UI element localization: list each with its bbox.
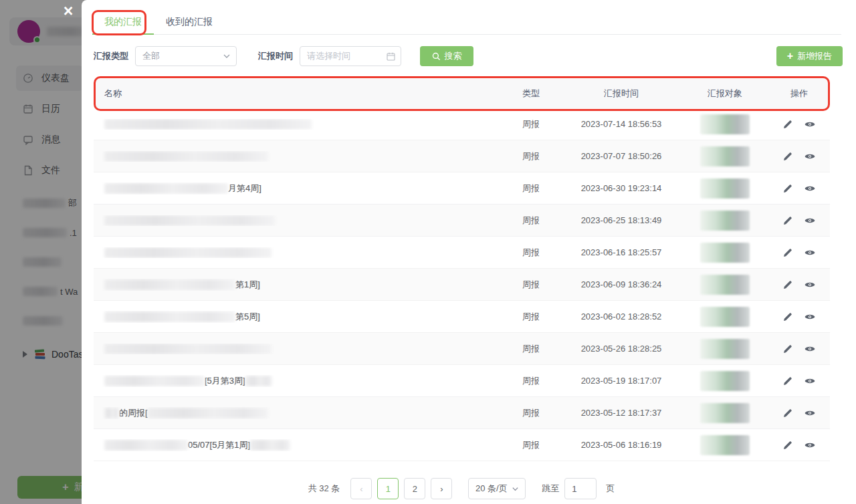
jump-to-input[interactable] <box>564 478 597 499</box>
report-time-cell: 2023-06-16 18:25:57 <box>561 247 681 257</box>
pagination: 共 32 条 ‹ 1 2 › 20 条/页 跳至 页 <box>82 478 841 499</box>
redacted-name-blur <box>104 119 312 130</box>
report-target-cell <box>681 178 768 199</box>
edit-button[interactable] <box>782 118 794 130</box>
search-icon <box>432 52 441 61</box>
filter-bar: 汇报类型 全部 汇报时间 请选择时间 搜索 <box>94 46 843 66</box>
tab-received-reports[interactable]: 收到的汇报 <box>154 11 225 35</box>
redacted-name-blur <box>104 344 272 354</box>
page-button-1[interactable]: 1 <box>377 478 399 499</box>
view-button[interactable] <box>804 311 816 323</box>
report-time-cell: 2023-06-09 18:36:24 <box>561 279 681 289</box>
edit-button[interactable] <box>782 375 794 387</box>
avatar-group-redacted <box>700 371 750 391</box>
report-type-select[interactable]: 全部 <box>135 46 237 66</box>
view-button[interactable] <box>804 407 816 419</box>
avatar-group-redacted <box>700 339 750 359</box>
report-type-label: 汇报类型 <box>94 50 128 62</box>
add-report-label: 新增报告 <box>797 50 832 62</box>
redacted-name-blur <box>148 408 268 418</box>
report-type-cell: 周报 <box>501 343 561 355</box>
view-button[interactable] <box>804 375 816 387</box>
redacted-name-blur <box>104 376 205 386</box>
report-time-cell: 2023-05-26 18:28:25 <box>561 344 681 354</box>
report-name-fragment: 月第4周] <box>228 182 261 195</box>
column-header-action: 操作 <box>768 88 830 100</box>
report-actions-cell <box>768 439 830 451</box>
report-name-fragment: 05/07[5月第1周] <box>188 439 250 451</box>
edit-button[interactable] <box>782 407 794 419</box>
report-target-cell <box>681 243 768 263</box>
report-type-cell: 周报 <box>501 182 561 195</box>
total-count: 共 32 条 <box>308 483 340 495</box>
redacted-name-blur <box>104 247 272 258</box>
view-button[interactable] <box>804 215 816 227</box>
report-actions-cell <box>768 343 830 355</box>
report-target-cell <box>681 211 768 231</box>
close-icon[interactable]: × <box>59 1 78 20</box>
report-name-cell: 第5周] <box>94 311 501 323</box>
avatar-group-redacted <box>700 211 750 231</box>
edit-button[interactable] <box>782 247 794 259</box>
report-name-fragment: [5月第3周] <box>205 375 245 387</box>
screen: 仪表盘 日历 消息 文件 <box>0 0 856 504</box>
column-header-name: 名称 <box>94 88 501 100</box>
report-name-cell: [5月第3周] <box>94 375 501 387</box>
report-actions-cell <box>768 118 830 130</box>
page-size-select[interactable]: 20 条/页 <box>468 478 526 499</box>
page-button-2[interactable]: 2 <box>404 478 425 499</box>
table-row: 的周报[ 周报 2023-05-12 18:17:37 <box>94 397 830 429</box>
view-button[interactable] <box>804 439 816 451</box>
view-button[interactable] <box>804 247 816 259</box>
redacted-name-blur <box>245 376 272 386</box>
report-name-cell: 第1周] <box>94 279 501 291</box>
tab-my-reports[interactable]: 我的汇报 <box>92 11 154 35</box>
view-button[interactable] <box>804 150 816 162</box>
redacted-name-blur <box>104 440 188 451</box>
edit-button[interactable] <box>782 311 794 323</box>
edit-button[interactable] <box>782 215 794 227</box>
report-type-cell: 周报 <box>501 375 561 387</box>
table-row: 周报 2023-07-14 18:56:53 <box>94 108 830 140</box>
report-type-cell: 周报 <box>501 215 561 227</box>
avatar-group-redacted <box>700 243 750 263</box>
avatar-group-redacted <box>700 178 750 199</box>
table-row: 月第4周] 周报 2023-06-30 19:23:14 <box>94 172 830 205</box>
add-report-button[interactable]: + 新增报告 <box>776 46 843 66</box>
edit-button[interactable] <box>782 279 794 291</box>
view-button[interactable] <box>804 182 816 195</box>
plus-icon: + <box>787 51 793 61</box>
table-row: 周报 2023-07-07 18:50:26 <box>94 140 830 172</box>
report-time-cell: 2023-06-30 19:23:14 <box>561 183 681 193</box>
column-header-type: 类型 <box>501 88 561 100</box>
avatar-group-redacted <box>700 275 750 295</box>
prev-page-button[interactable]: ‹ <box>350 478 372 499</box>
edit-button[interactable] <box>782 439 794 451</box>
report-actions-cell <box>768 407 830 419</box>
redacted-name-blur <box>104 151 268 162</box>
edit-button[interactable] <box>782 182 794 195</box>
column-header-time: 汇报时间 <box>561 88 681 100</box>
redacted-name-blur <box>250 440 290 451</box>
redacted-name-blur <box>104 311 235 322</box>
report-type-cell: 周报 <box>501 118 561 130</box>
view-button[interactable] <box>804 343 816 355</box>
next-page-button[interactable]: › <box>431 478 452 499</box>
edit-button[interactable] <box>782 343 794 355</box>
view-button[interactable] <box>804 118 816 130</box>
report-type-value: 全部 <box>142 50 160 62</box>
edit-button[interactable] <box>782 150 794 162</box>
search-label: 搜索 <box>445 50 462 62</box>
report-time-cell: 2023-05-19 18:17:07 <box>561 376 681 386</box>
report-type-cell: 周报 <box>501 311 561 323</box>
table-row: [5月第3周] 周报 2023-05-19 18:17:07 <box>94 365 830 397</box>
report-time-input[interactable]: 请选择时间 <box>300 46 401 66</box>
table-body: 周报 2023-07-14 18:56:53 <box>94 108 830 461</box>
report-time-cell: 2023-07-07 18:50:26 <box>561 151 681 161</box>
report-actions-cell <box>768 150 830 162</box>
report-type-cell: 周报 <box>501 247 561 259</box>
report-actions-cell <box>768 311 830 323</box>
search-button[interactable]: 搜索 <box>420 46 473 66</box>
view-button[interactable] <box>804 279 816 291</box>
table-row: 第5周] 周报 2023-06-02 18:28:52 <box>94 301 830 333</box>
